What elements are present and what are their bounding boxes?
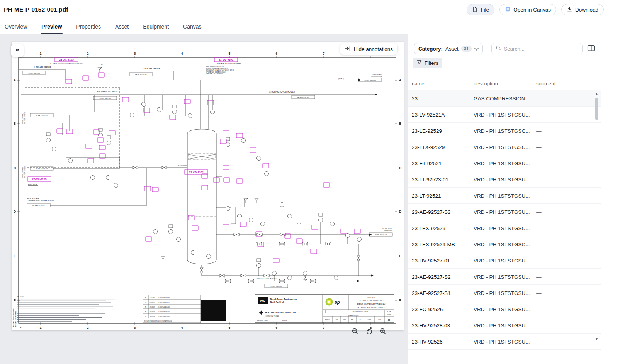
category-dropdown[interactable]: Category: Asset 31: [414, 43, 483, 54]
cell-name: 23-LV-92521A: [412, 112, 445, 117]
annotation-skid-mid[interactable]: 23-XX-9105 SKID LIMITS: [28, 177, 51, 186]
table-row[interactable]: 23-HV-92527-01 VRD - PH 1STSTGSU... —: [408, 252, 601, 269]
file-button[interactable]: File: [467, 4, 494, 15]
category-count-badge: 31: [461, 46, 472, 52]
svg-text:D: D: [14, 210, 16, 213]
download-button[interactable]: Download: [561, 4, 604, 15]
table-row[interactable]: 23-AE-92527-S1 VRD - PH 1STSTGSU... —: [408, 285, 601, 301]
svg-text:30.05.09: 30.05.09: [150, 316, 155, 317]
pdf-viewer[interactable]: AABBCCDDEEFF1122334455667788: [0, 34, 408, 364]
svg-text:H.P. FLARE HEADER: H.P. FLARE HEADER: [143, 68, 160, 69]
svg-text:Z5: Z5: [388, 319, 390, 321]
drawing-frame: AABBCCDDEEFF1122334455667788: [14, 52, 402, 330]
scroll-down-arrow[interactable]: ▼: [595, 337, 598, 341]
pid-drawing[interactable]: AABBCCDDEEFF1122334455667788: [12, 42, 404, 330]
revision-table: Z514.04.10AS BUILT, MW-33788Z401.04.10AS…: [143, 295, 201, 323]
svg-text:D: D: [399, 210, 402, 213]
svg-text:DRAWING NO.: DRAWING NO.: [348, 314, 359, 316]
reset-rotation-button[interactable]: [364, 326, 374, 337]
page-title: PH-ME-P-0152-001.pdf: [4, 6, 68, 13]
tab-preview[interactable]: Preview: [41, 19, 63, 34]
filters-button[interactable]: Filters: [413, 58, 442, 68]
table-row[interactable]: 23-LV-92521A VRD - PH 1STSTGSU... —: [408, 107, 601, 123]
download-icon: [567, 6, 572, 13]
cell-sourceid: —: [536, 322, 542, 328]
table-row[interactable]: 23-FT-92521 VRD - PH 1STSTGSU... —: [408, 155, 601, 171]
cell-description: VRD - PH 1STSTGSU...: [474, 306, 532, 312]
table-row[interactable]: 23-HV-92528-03 VRD - PH 1STSTGSU... —: [408, 317, 601, 334]
table-row[interactable]: 23-LE-92529 VRD - PH 1STSTGSC... —: [408, 123, 601, 139]
table-row[interactable]: 23-LEX-92529 VRD - PH 1STSTGSC... —: [408, 220, 601, 236]
svg-text:ATMOSPHERIC VENT HEADER: ATMOSPHERIC VENT HEADER: [97, 91, 118, 93]
columns-toggle-button[interactable]: [586, 44, 596, 53]
drawing-labels: 1st STAGE SUCTION /DISCHARGE COOLER SKID…: [12, 63, 393, 328]
svg-text:NONE: NONE: [387, 314, 391, 316]
svg-text:AS BUILT, MW-33788: AS BUILT, MW-33788: [158, 297, 170, 299]
svg-text:4: 4: [181, 326, 183, 330]
svg-text:PIPING & INSTRUMENT DIAGRAM: PIPING & INSTRUMENT DIAGRAM: [357, 303, 386, 305]
svg-text:REV DATE BY DESCRIPTION: REV DATE BY DESCRIPTION CHK ENGR APPR CL…: [144, 320, 172, 322]
open-in-canvas-button[interactable]: Open in Canvas: [499, 4, 556, 15]
search-box[interactable]: [491, 43, 583, 54]
column-header-description[interactable]: description: [474, 81, 498, 86]
scroll-up-arrow[interactable]: ▲: [595, 92, 598, 96]
tab-equipment[interactable]: Equipment: [142, 19, 170, 34]
table-row[interactable]: 23-AE-92527-S3 VRD - PH 1STSTGSU... —: [408, 204, 601, 220]
zoom-in-button[interactable]: [378, 326, 388, 337]
svg-text:2: 2: [87, 52, 88, 56]
tab-properties[interactable]: Properties: [75, 19, 102, 34]
table-row[interactable]: 23-AE-92527-S2 VRD - PH 1STSTGSU... —: [408, 269, 601, 285]
svg-text:E: E: [399, 254, 401, 258]
svg-text:(NOTE 5): (NOTE 5): [178, 165, 183, 166]
column-header-sourceid[interactable]: sourceId: [536, 81, 555, 86]
svg-text:10910: 10910: [282, 319, 287, 322]
annotation-scrubber-top[interactable]: 23-VG-9101: [214, 57, 238, 62]
svg-text:PH-ME-P-0267-001: PH-ME-P-0267-001: [297, 97, 309, 98]
svg-text:AS BUILT, MW-25619: AS BUILT, MW-25619: [158, 311, 170, 313]
expand-button[interactable]: [11, 44, 24, 57]
svg-text:FROM 1ST STAGE: FROM 1ST STAGE: [27, 198, 39, 200]
table-row[interactable]: 23 GAS COMPRESSION... —: [408, 90, 601, 107]
svg-text:Z5: Z5: [145, 297, 146, 299]
column-header-name[interactable]: name: [412, 81, 425, 86]
annotation-skid-top[interactable]: 23-XX-9105: [55, 57, 78, 62]
svg-text:23-VG-9101: 23-VG-9101: [189, 171, 204, 174]
cell-description: VRD - PH 1STSTGSU...: [474, 339, 532, 344]
svg-text:Z2: Z2: [145, 311, 146, 313]
svg-text:(North Sea) Ltd.: (North Sea) Ltd.: [270, 301, 284, 303]
cell-description: VRD - PH 1STSTGSC...: [474, 128, 532, 134]
cell-sourceid: —: [536, 112, 542, 117]
cell-name: 23-AE-92527-S1: [412, 290, 451, 296]
tab-asset[interactable]: Asset: [114, 19, 129, 34]
search-input[interactable]: [504, 46, 578, 52]
tab-canvas[interactable]: Canvas: [182, 19, 202, 34]
svg-text:7: 7: [323, 52, 324, 56]
svg-text:PH-ME-P-0278-001: PH-ME-P-0278-001: [270, 286, 282, 287]
table-row[interactable]: 23-LEX-92529-MB VRD - PH 1STSTGSC... —: [408, 236, 601, 252]
cell-name: 23-LEX-92529-MB: [412, 241, 455, 247]
cell-sourceid: —: [536, 160, 542, 166]
scrollbar-thumb[interactable]: [595, 98, 598, 120]
table-row[interactable]: 23-LT-92521 VRD - PH 1STSTGSU... —: [408, 188, 601, 204]
zoom-out-button[interactable]: [350, 326, 360, 337]
tab-overview[interactable]: Overview: [4, 19, 28, 34]
svg-text:1st STAGE SUCTION /DISCHARGE C: 1st STAGE SUCTION /DISCHARGE COOLER SKID: [50, 63, 83, 65]
hide-annotations-button[interactable]: Hide annotations: [340, 43, 397, 55]
cell-sourceid: —: [536, 274, 542, 279]
svg-text:PH-ME-P-0131-001: PH-ME-P-0131-001: [375, 234, 387, 236]
svg-text:23-VG-9101: 23-VG-9101: [219, 58, 233, 61]
cell-name: 23-HV-92526: [412, 339, 443, 344]
table-row[interactable]: 23-HV-92526 VRD - PH 1STSTGSU... —: [408, 334, 601, 350]
cell-description: VRD - PH 1STSTGSU...: [474, 322, 532, 328]
table-row[interactable]: 23-LTX-92529 VRD - PH 1STSTGSC... —: [408, 139, 601, 155]
svg-text:23-XX-9105: 23-XX-9105: [32, 178, 46, 181]
svg-text:PH-ME-P-0151-001: PH-ME-P-0151-001: [36, 168, 48, 170]
app-header: PH-ME-P-0152-001.pdf File Open in Canvas…: [0, 0, 637, 19]
table-row[interactable]: 23-FO-92526 VRD - PH 1STSTGSU... —: [408, 301, 601, 317]
svg-text:NOTES:: NOTES:: [17, 295, 25, 298]
expand-icon: [14, 47, 21, 54]
svg-text:AS BUILT, MW-33517: AS BUILT, MW-33517: [158, 302, 170, 303]
svg-text:T33-02: T33-02: [325, 319, 331, 321]
cell-name: 23-LT-92523-01: [412, 176, 448, 182]
table-row[interactable]: 23-LT-92523-01 VRD - PH 1STSTGSU... —: [408, 171, 601, 188]
